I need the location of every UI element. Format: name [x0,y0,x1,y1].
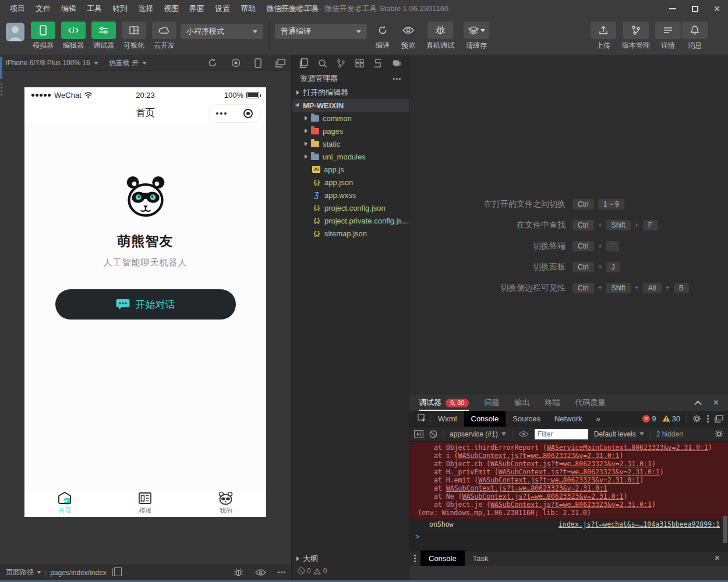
tree-item-app-js[interactable]: JS app.js [292,163,409,176]
tab-sources[interactable]: Sources [506,411,547,427]
tree-item-app-json[interactable]: {..} app.json [292,176,409,189]
menu-interface[interactable]: 界面 [184,0,210,17]
log-levels-select[interactable]: Default levels [594,430,644,438]
close-drawer-icon[interactable]: × [715,553,720,563]
live-expression-eye-icon[interactable] [518,431,529,438]
record-icon[interactable] [231,58,241,68]
tree-item-uni-modules[interactable]: uni_modules [292,150,409,163]
visualize-toggle-button[interactable]: 可视化 [121,22,147,51]
page-path-select[interactable]: 页面路径 [6,567,41,577]
minimize-button[interactable] [662,0,684,17]
tab-console[interactable]: Console [464,411,506,427]
menu-devtools[interactable]: 微信开发者工具 [261,0,324,17]
extensions-icon[interactable] [351,56,368,70]
menu-help[interactable]: 帮助 [235,0,261,17]
menu-edit[interactable]: 编辑 [56,0,82,17]
gear-icon[interactable] [692,414,701,423]
mode-select[interactable]: 小程序模式 [181,24,263,39]
collapse-panel-icon[interactable] [694,400,702,408]
tree-item-common[interactable]: common [292,112,409,125]
bug-icon[interactable] [234,568,243,577]
tree-item-sitemap[interactable]: {..} sitemap.json [292,227,409,240]
source-link[interactable]: WASubContext.js?t=we…80623323&v=2.31.0:1 [446,484,607,492]
menu-tools[interactable]: 工具 [82,0,107,17]
drawer-handle-icon[interactable] [414,555,416,562]
tab-overflow[interactable]: » [589,411,607,427]
source-link[interactable]: WASubContext.js?t=we…80623323&v=2.31.0:1 [458,452,620,460]
multi-window-icon[interactable] [275,59,285,68]
search-icon[interactable] [314,56,331,70]
editor-toggle-button[interactable]: 编辑器 [61,22,86,51]
tab-code-quality[interactable]: 代码质量 [575,398,605,408]
messages-button[interactable]: 消息 [683,22,707,51]
open-editors-section[interactable]: 打开的编辑器 [292,86,409,99]
console-settings-icon[interactable] [715,430,723,438]
more-options-icon[interactable] [707,415,709,423]
details-button[interactable]: 详情 [656,22,680,51]
tree-item-app-wxss[interactable]: Ʒ app.wxss [292,189,409,201]
context-select[interactable]: appservice (#1) [450,430,506,438]
hot-reload-select[interactable]: 热重载 开 [109,58,147,68]
eye-icon[interactable] [255,569,266,576]
menu-settings[interactable]: 设置 [210,0,235,17]
popout-icon[interactable] [715,415,723,423]
menu-view[interactable]: 视图 [158,0,184,17]
play-next-icon[interactable] [414,430,423,438]
tab-terminal[interactable]: 终端 [545,398,560,408]
tab-problems[interactable]: 问题 [484,398,499,408]
cloud-dev-button[interactable]: 云开发 [151,22,177,51]
mock-icon[interactable] [369,56,387,70]
tab-debugger[interactable]: 调试器 9, 30 [419,395,469,411]
tree-item-project-private-config[interactable]: {..} project.private.config.js… [292,214,409,227]
device-frame-icon[interactable] [255,58,261,68]
start-chat-button[interactable]: 开始对话 [55,289,236,320]
maximize-button[interactable] [684,0,706,17]
drawer-tab-console[interactable]: Console [420,551,465,566]
menu-select[interactable]: 选择 [133,0,158,17]
console-error-count[interactable]: × 9 [642,414,656,423]
tab-template[interactable]: 模板 [105,489,185,517]
copy-icon[interactable] [112,569,119,576]
tea-icon[interactable] [388,56,405,70]
source-link[interactable]: WASubContext.js?t=we…80623323&v=2.31.0:1 [499,468,660,476]
panel-drag-accent[interactable] [0,57,2,79]
tab-mine[interactable]: 我的 [186,489,266,517]
problems-status[interactable]: 0 0 [292,565,409,577]
home-capsule-button[interactable] [235,109,261,118]
more-actions-icon[interactable] [393,78,401,80]
clear-cache-button[interactable]: 清缓存 [460,22,493,51]
source-link[interactable]: WASubContext.js?t=we…80623323&v=2.31.0:1 [490,460,652,468]
tree-item-project-config[interactable]: {..} project.config.json [292,201,409,214]
close-panel-icon[interactable]: × [713,398,719,407]
version-control-button[interactable]: 版本管理 [619,22,653,51]
tree-item-static[interactable]: static [292,137,409,150]
inspect-icon[interactable] [418,414,427,423]
outline-section[interactable]: 大纲 [292,552,409,565]
menu-file[interactable]: 文件 [30,0,56,17]
tab-network[interactable]: Network [547,411,589,427]
clear-console-icon[interactable] [429,430,437,438]
simulator-toggle-button[interactable]: 模拟器 [30,22,56,51]
console-warning-count[interactable]: 30 [662,414,680,423]
menu-project[interactable]: 项目 [5,0,30,17]
console-scrollbar[interactable] [723,516,727,543]
source-link[interactable]: WASubContext.js?t=we…80623323&v=2.31.0:1 [478,476,639,484]
drawer-tab-task[interactable]: Task [465,551,497,566]
more-menu-button[interactable] [208,112,235,115]
source-link[interactable]: WASubContext.js?t=we…80623323&v=2.31.0:1 [462,492,623,501]
project-root-section[interactable]: MP-WEIXIN [292,99,409,112]
source-link[interactable]: WASubContext.js?t=we…80623323&v=2.31.0:1 [490,501,652,509]
hidden-messages-label[interactable]: 2 hidden [656,430,683,438]
preview-button[interactable]: 预览 [396,22,420,51]
rotate-icon[interactable] [208,58,217,68]
tab-wxml[interactable]: Wxml [431,411,464,427]
console-prompt[interactable]: > [409,530,728,542]
debugger-toggle-button[interactable]: 调试器 [91,22,116,51]
avatar[interactable] [6,23,24,41]
source-link[interactable]: WAServiceMainContext…80623323&v=2.31.0:1 [547,443,708,452]
close-button[interactable]: × [706,0,728,17]
tab-home[interactable]: 首页 [24,489,105,517]
device-debug-button[interactable]: 真机调试 [422,22,459,51]
source-control-icon[interactable] [333,56,350,70]
tree-item-pages[interactable]: pages [292,125,409,137]
